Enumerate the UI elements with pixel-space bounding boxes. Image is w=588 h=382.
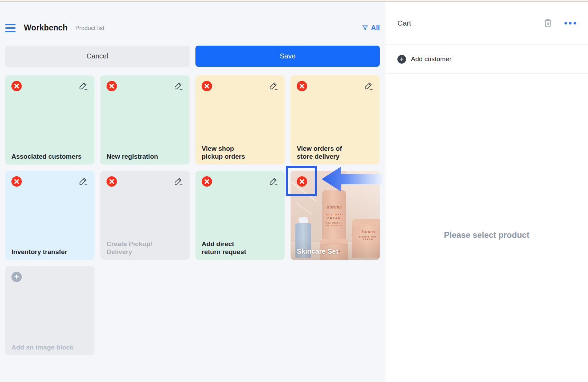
tile-add-image-block[interactable]: + Add an image block	[5, 266, 94, 355]
tile-label: Create Pickup/ Delivery	[107, 240, 152, 256]
add-customer-label: Add customer	[411, 55, 451, 63]
delete-x-icon	[11, 176, 22, 187]
edit-tile-button[interactable]	[79, 81, 88, 91]
tile-view-orders-store-delivery[interactable]: View orders of store delivery	[291, 75, 380, 165]
delete-x-icon	[11, 81, 22, 91]
edit-tile-button[interactable]	[79, 176, 88, 186]
tile-add-direct-return-request[interactable]: Add direct return request	[195, 171, 285, 260]
delete-tile-button[interactable]	[297, 81, 307, 91]
cart-header: Cart ●●●	[385, 2, 588, 45]
delete-x-icon	[202, 81, 212, 91]
edit-pencil-icon	[79, 81, 88, 91]
edit-pencil-icon	[269, 176, 278, 186]
edit-tile-button[interactable]	[269, 81, 278, 91]
funnel-filter-icon	[362, 25, 368, 31]
edit-pencil-icon	[79, 176, 88, 186]
cart-title: Cart	[397, 19, 411, 27]
bottle-text: CREAM	[322, 217, 346, 220]
tile-new-registration[interactable]: New registration	[100, 75, 190, 165]
tile-label: New registration	[107, 153, 158, 160]
jar-text: LIGHTS OUT	[352, 236, 380, 238]
plus-icon: +	[11, 272, 22, 282]
tile-label: Inventory transfer	[11, 248, 67, 256]
window-top-edge	[0, 0, 588, 2]
empty-cart-message: Please select product	[385, 230, 588, 240]
page-subtitle: Product list	[75, 25, 104, 32]
bottle-text: ALL DAY	[322, 213, 346, 216]
delete-tile-button[interactable]	[11, 176, 22, 187]
cart-panel: Cart ●●● + Add customer Please select pr…	[385, 2, 588, 382]
delete-tile-button[interactable]	[11, 81, 22, 91]
trash-icon[interactable]	[544, 19, 552, 28]
tile-label: Associated customers	[11, 153, 82, 160]
delete-tile-button[interactable]	[107, 81, 117, 91]
delete-tile-button[interactable]	[202, 81, 212, 91]
tile-create-pickup-delivery[interactable]: Create Pickup/ Delivery	[100, 171, 190, 260]
cancel-button[interactable]: Cancel	[5, 46, 190, 67]
edit-tile-button[interactable]	[174, 176, 183, 186]
filter-all-button[interactable]: All	[362, 24, 380, 32]
selection-highlight-box	[286, 166, 317, 196]
page-title: Workbench	[24, 23, 68, 32]
tile-label: Add an image block	[11, 344, 73, 351]
save-button[interactable]: Save	[195, 46, 380, 67]
more-options-button[interactable]: ●●●	[564, 20, 578, 27]
filter-all-label: All	[371, 24, 380, 32]
edit-actions-row: Cancel Save	[5, 46, 380, 67]
tile-view-shop-pickup-orders[interactable]: View shop pickup orders	[195, 75, 285, 165]
edit-pencil-icon	[269, 81, 278, 91]
tile-label: View shop pickup orders	[202, 145, 245, 160]
edit-pencil-icon	[174, 176, 183, 186]
workbench-panel: Workbench Product list All Cancel Save A…	[0, 2, 385, 382]
delete-tile-button[interactable]	[107, 176, 117, 187]
edit-pencil-icon	[364, 81, 374, 91]
tile-inventory-transfer[interactable]: Inventory transfer	[5, 171, 94, 260]
bottle-subtext: GOJI BERRY +	[322, 222, 346, 224]
workbench-header: Workbench Product list All	[5, 20, 380, 35]
tile-label: Skincare Set	[297, 248, 338, 256]
tile-label: View orders of store delivery	[297, 145, 342, 160]
pointer-arrow-icon	[321, 165, 383, 194]
tile-label: Add direct return request	[202, 240, 246, 256]
delete-tile-button[interactable]	[202, 176, 212, 187]
plus-circle-icon: +	[397, 55, 406, 64]
delete-x-icon	[107, 81, 117, 91]
brand-text: karuna	[352, 230, 380, 234]
tile-associated-customers[interactable]: Associated customers	[5, 75, 94, 165]
menu-hamburger-icon[interactable]	[5, 24, 16, 32]
edit-tile-button[interactable]	[364, 81, 374, 91]
edit-tile-button[interactable]	[174, 81, 183, 91]
delete-x-icon	[297, 81, 307, 91]
delete-x-icon	[107, 176, 117, 187]
bottle-subtext: WATERMELON	[322, 224, 346, 226]
edit-pencil-icon	[174, 81, 183, 91]
edit-tile-button[interactable]	[269, 176, 278, 186]
tile-grid: Associated customers New registration Vi…	[5, 75, 380, 355]
delete-x-icon	[202, 176, 212, 187]
brand-text: karuna	[322, 205, 346, 209]
add-customer-button[interactable]: + Add customer	[385, 45, 588, 74]
